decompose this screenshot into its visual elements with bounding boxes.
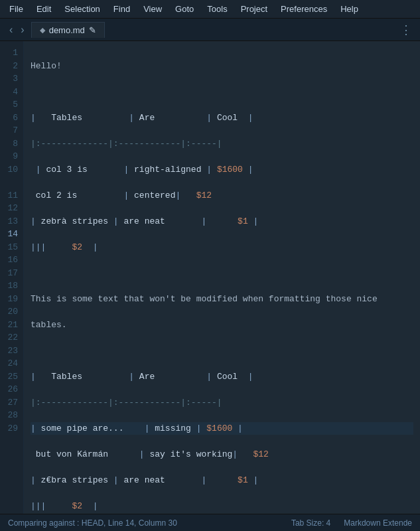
line-num-20: 20: [4, 305, 18, 319]
tab-edit-icon: ✎: [89, 25, 96, 35]
line-num-4: 4: [4, 86, 18, 99]
code-line-8: ||| $2 |: [31, 241, 413, 254]
code-line-10b: tables.: [31, 319, 413, 332]
line-num-16: 16: [4, 254, 18, 267]
line-num-22: 22: [4, 331, 18, 344]
code-line-1: Hello!: [31, 60, 413, 73]
menu-preferences[interactable]: Preferences: [274, 3, 334, 15]
line-num-5: 5: [4, 98, 18, 112]
line-num-15: 15: [4, 241, 18, 254]
code-line-12: | Tables | Are | Cool |: [31, 370, 413, 384]
status-mode: Markdown Extende: [344, 518, 412, 528]
code-line-4: |:-------------|:------------|:-----|: [31, 137, 413, 151]
code-line-15: but von Kármán | say it's working| $12: [31, 448, 413, 461]
line-num-2: 2: [4, 60, 18, 73]
code-line-16: | z€bra stripes | are neat | $1 |: [31, 474, 413, 487]
line-num-25: 25: [4, 370, 18, 384]
menu-goto[interactable]: Goto: [169, 3, 200, 15]
code-content[interactable]: Hello! | Tables | Are | Cool | |:-------…: [24, 41, 420, 514]
status-comparing: Comparing against : HEAD, Line 14, Colum…: [8, 518, 177, 528]
line-num-17: 17: [4, 267, 18, 280]
line-num-7: 7: [4, 124, 18, 137]
status-tab-size: Tab Size: 4: [291, 518, 330, 528]
code-line-6: col 2 is | centered| $12: [31, 189, 413, 202]
tab-prev-button[interactable]: ‹: [5, 23, 17, 37]
menu-tools[interactable]: Tools: [200, 3, 234, 15]
code-line-11: [31, 344, 413, 358]
line-num-28: 28: [4, 409, 18, 422]
line-num-23: 23: [4, 344, 18, 358]
menu-find[interactable]: Find: [107, 3, 137, 15]
code-line-5: | col 3 is | right-aligned | $1600 |: [31, 163, 413, 177]
code-line-3: | Tables | Are | Cool |: [31, 112, 413, 125]
tab-more-button[interactable]: ⋮: [397, 23, 415, 37]
code-line-13: |:-------------|:------------|:-----|: [31, 396, 413, 410]
line-num-13: 13: [4, 215, 18, 228]
tab-file-icon: ◆: [40, 26, 45, 35]
editor: 1 2 3 4 5 6 7 8 9 10 11 12 13 14 15 16 1…: [0, 41, 420, 514]
menu-project[interactable]: Project: [234, 3, 274, 15]
code-line-2: [31, 86, 413, 99]
line-num-21: 21: [4, 319, 18, 332]
menu-edit[interactable]: Edit: [30, 3, 58, 15]
code-line-7: | zebrà stripes | are neat | $1 |: [31, 215, 413, 228]
menu-selection[interactable]: Selection: [58, 3, 106, 15]
line-numbers: 1 2 3 4 5 6 7 8 9 10 11 12 13 14 15 16 1…: [0, 41, 24, 514]
tabbar: ‹ › ◆ demo.md ✎ ⋮: [0, 19, 420, 41]
tab-next-button[interactable]: ›: [17, 23, 28, 37]
line-num-12: 12: [4, 202, 18, 215]
line-num-10b: [4, 176, 18, 189]
menu-view[interactable]: View: [137, 3, 169, 15]
code-line-9: [31, 267, 413, 280]
line-num-9: 9: [4, 150, 18, 163]
line-num-27: 27: [4, 396, 18, 410]
tab-demo-md[interactable]: ◆ demo.md ✎: [31, 22, 105, 38]
line-num-6: 6: [4, 112, 18, 125]
line-num-1: 1: [4, 46, 18, 60]
line-num-11: 11: [4, 189, 18, 202]
line-num-3: 3: [4, 72, 18, 86]
line-num-10: 10: [4, 163, 18, 177]
line-num-19: 19: [4, 293, 18, 306]
line-num-24: 24: [4, 357, 18, 370]
tab-filename: demo.md: [49, 25, 85, 35]
menubar: File Edit Selection Find View Goto Tools…: [0, 0, 420, 19]
code-line-10: This is some text that won't be modified…: [31, 293, 413, 306]
code-line-14: | some pipe are... | missing | $1600 |: [31, 422, 413, 435]
line-num-18: 18: [4, 279, 18, 293]
line-num-8: 8: [4, 137, 18, 151]
code-line-17: ||| $2 |: [31, 500, 413, 513]
statusbar: Comparing against : HEAD, Line 14, Colum…: [0, 514, 420, 531]
menu-file[interactable]: File: [3, 3, 30, 15]
line-num-14: 14: [4, 228, 18, 241]
menu-help[interactable]: Help: [334, 3, 365, 15]
line-num-26: 26: [4, 383, 18, 396]
line-num-29: 29: [4, 422, 18, 435]
